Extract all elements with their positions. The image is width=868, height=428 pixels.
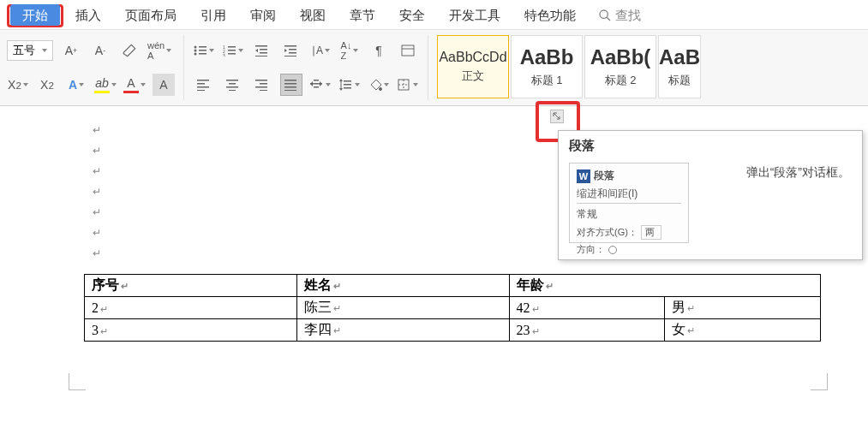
svg-rect-15 [260, 49, 267, 51]
table-row[interactable]: 2↵ 陈三↵ 42↵ 男↵ [85, 297, 821, 319]
paragraph-dialog-launcher[interactable] [550, 110, 564, 123]
decrease-font-button[interactable]: A- [89, 39, 111, 62]
layout-option-button[interactable] [397, 39, 419, 62]
tab-chapter[interactable]: 章节 [338, 4, 387, 27]
ribbon-group-font: 五号 A+ A- wénA X2 X2 A ab A A [7, 35, 184, 100]
font-color-button[interactable]: A [123, 74, 146, 96]
svg-marker-18 [255, 49, 258, 52]
svg-rect-5 [199, 50, 207, 51]
style-item-title[interactable]: AaB 标题 [658, 35, 701, 98]
align-justify-button[interactable] [280, 74, 302, 96]
sort-button[interactable]: A↓Z [338, 39, 361, 62]
style-name: 标题 [668, 73, 691, 88]
svg-line-1 [607, 17, 610, 21]
svg-rect-13 [228, 53, 236, 55]
svg-text:3: 3 [223, 53, 225, 56]
style-preview: AaBb [520, 45, 574, 69]
table-cell[interactable]: 男↵ [665, 297, 821, 319]
outdent-icon [255, 45, 269, 56]
ribbon-group-styles: AaBbCcDd 正文 AaBb 标题 1 AaBb( 标题 2 AaB 标题 [437, 35, 709, 100]
document-table[interactable]: 序号↵ 姓名↵ 年龄↵ 2↵ 陈三↵ 42↵ 男↵ 3↵ 李四↵ 23↵ 女↵ [84, 274, 821, 342]
shading-button[interactable] [368, 74, 390, 96]
style-item-body[interactable]: AaBbCcDd 正文 [437, 35, 509, 98]
tab-security[interactable]: 安全 [387, 4, 437, 27]
phonetic-guide-button[interactable]: wénA [147, 39, 171, 62]
increase-indent-button[interactable] [280, 39, 302, 62]
svg-marker-45 [310, 81, 313, 86]
increase-font-button[interactable]: A+ [60, 39, 82, 62]
clear-format-button[interactable] [118, 39, 141, 62]
paragraph-tooltip: 段落 弹出“段落”对话框。 W 段落 缩进和间距(I) 常规 对齐方式(G)： … [558, 130, 863, 260]
svg-point-2 [195, 46, 197, 49]
svg-marker-46 [320, 81, 322, 86]
show-marks-button[interactable]: ¶ [368, 39, 390, 62]
svg-rect-38 [284, 80, 296, 81]
bullets-button[interactable] [193, 39, 215, 62]
subscript-button[interactable]: X2 [7, 74, 29, 96]
align-right-button[interactable] [251, 74, 273, 96]
table-header-cell[interactable]: 姓名↵ [296, 275, 509, 297]
superscript-button[interactable]: X2 [36, 74, 58, 96]
style-name: 标题 2 [605, 73, 637, 88]
table-cell[interactable]: 42↵ [509, 297, 665, 319]
distribute-button[interactable] [309, 74, 332, 96]
table-cell[interactable]: 陈三↵ [296, 297, 509, 319]
table-row[interactable]: 3↵ 李四↵ 23↵ 女↵ [85, 319, 821, 342]
tab-special[interactable]: 特色功能 [512, 4, 588, 27]
svg-rect-35 [260, 83, 267, 85]
svg-point-4 [195, 50, 197, 52]
align-center-icon [226, 79, 240, 91]
svg-rect-44 [314, 86, 319, 88]
tooltip-preview-header: W 段落 [577, 169, 681, 183]
line-spacing-button[interactable] [338, 74, 361, 96]
tooltip-title: 段落 [559, 131, 862, 158]
tab-dev-tools[interactable]: 开发工具 [437, 4, 512, 27]
align-center-button[interactable] [222, 74, 244, 96]
tab-references[interactable]: 引用 [189, 4, 238, 27]
svg-rect-22 [284, 56, 296, 56]
svg-rect-7 [199, 53, 207, 55]
style-item-h2[interactable]: AaBb( 标题 2 [584, 35, 656, 98]
svg-rect-27 [197, 83, 205, 85]
style-preview: AaBbCcDd [439, 50, 506, 65]
style-item-h1[interactable]: AaBb 标题 1 [511, 35, 583, 98]
numbering-button[interactable]: 123 [222, 39, 244, 62]
align-right-icon [255, 79, 269, 91]
tab-insert[interactable]: 插入 [63, 4, 113, 27]
style-name: 标题 1 [531, 73, 563, 88]
svg-rect-34 [255, 80, 267, 81]
tab-review[interactable]: 审阅 [238, 4, 288, 27]
text-effects-button[interactable]: A [65, 74, 87, 96]
table-cell[interactable]: 23↵ [509, 319, 665, 342]
tab-page-layout[interactable]: 页面布局 [113, 4, 189, 27]
ribbon-group-paragraph: 123 ∣A A↓Z ¶ [193, 35, 428, 100]
tooltip-section-label: 常规 [577, 207, 681, 222]
svg-rect-26 [197, 80, 209, 81]
decrease-indent-button[interactable] [251, 39, 273, 62]
tab-home[interactable]: 开始 [10, 4, 60, 26]
borders-icon [398, 79, 411, 91]
tab-view[interactable]: 视图 [288, 4, 338, 27]
table-cell[interactable]: 2↵ [85, 297, 297, 319]
svg-rect-30 [226, 80, 238, 81]
borders-button[interactable] [397, 74, 419, 96]
font-size-select[interactable]: 五号 [7, 40, 53, 61]
svg-rect-42 [314, 80, 319, 81]
align-left-button[interactable] [193, 74, 215, 96]
tooltip-preview-title: 段落 [594, 169, 614, 183]
table-cell[interactable]: 女↵ [665, 319, 821, 342]
table-cell[interactable]: 3↵ [85, 319, 297, 342]
search-icon [598, 9, 612, 22]
text-direction-button[interactable]: ∣A [309, 39, 332, 62]
tab-bar: 开始 插入 页面布局 引用 审阅 视图 章节 安全 开发工具 特色功能 查找 [0, 0, 868, 29]
highlight-button[interactable]: ab [94, 74, 117, 96]
table-cell[interactable]: 李四↵ [296, 319, 509, 342]
table-header-cell[interactable]: 年龄↵ [509, 275, 820, 297]
svg-rect-47 [344, 80, 351, 82]
svg-rect-36 [255, 86, 267, 88]
char-shading-button[interactable]: A [153, 74, 175, 96]
table-header-cell[interactable]: 序号↵ [85, 275, 297, 297]
svg-rect-24 [402, 45, 414, 56]
search-box[interactable]: 查找 [598, 8, 641, 24]
table-header-row[interactable]: 序号↵ 姓名↵ 年龄↵ [85, 275, 821, 297]
